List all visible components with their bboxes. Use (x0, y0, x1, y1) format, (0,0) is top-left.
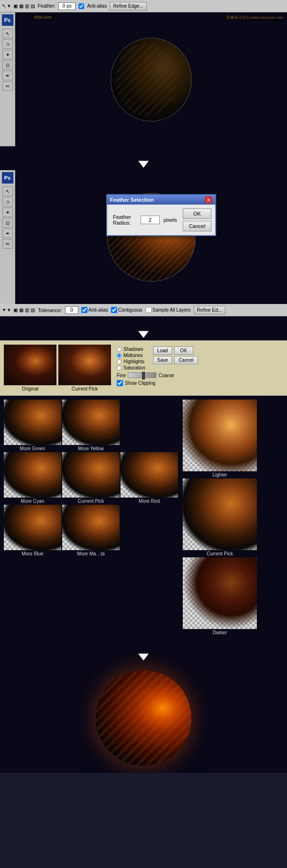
tone-radio-group: Shadows Midtones Highlights Saturation (117, 347, 145, 370)
antialias-label: Anti-alias (87, 3, 107, 9)
cp-current-pick-right[interactable]: Current Pick (183, 478, 257, 556)
show-clipping-checkbox[interactable] (117, 380, 123, 386)
tool-arrow-icon: ↖ (2, 3, 6, 9)
contiguous-group: Contiguous (111, 307, 143, 313)
canvas-2: Feather Selection ✕ Feather Radius: pixe… (15, 170, 287, 304)
contiguous-check[interactable] (111, 307, 117, 313)
svg-marker-1 (138, 321, 149, 338)
shadows-radio-row: Shadows (117, 347, 145, 352)
dialog-buttons: OK Cancel (183, 205, 215, 235)
cp-current-pick-right-label: Current Pick (207, 551, 233, 556)
midtones-radio[interactable] (117, 353, 121, 358)
sample-all-label: Sample All Layers (153, 307, 191, 313)
feather-radius-label: Feather Radius: (113, 214, 137, 226)
tool-lasso[interactable]: ⊃ (2, 39, 13, 49)
current-pick-thumb: Current Pick (58, 345, 111, 391)
arrow-3 (0, 639, 287, 663)
feather-radius-input[interactable] (141, 216, 160, 224)
sample-all-group: Sample All Layers (145, 307, 191, 313)
midtones-radio-row: Midtones (117, 353, 145, 358)
coarse-label: Coarse (158, 373, 174, 378)
cp-more-cyan-img (4, 452, 61, 498)
cp-darker[interactable]: Darker (183, 557, 257, 635)
highlights-label: Highlights (123, 359, 144, 364)
cp-more-red-label: More Red (139, 499, 160, 504)
cp-more-yellow[interactable]: More Yellow (62, 400, 120, 451)
sidebar-1: Ps ↖ ⊃ ✦ ⊡ ✒ ✏ (0, 12, 15, 146)
tool-eyedropper[interactable]: ✒ (2, 71, 13, 80)
final-scene (0, 663, 287, 773)
cp-more-yellow-img (62, 400, 120, 445)
fine-label: Fine (117, 373, 126, 378)
dialog-box: Feather Selection ✕ Feather Radius: pixe… (106, 194, 216, 236)
save-button[interactable]: Save (153, 356, 173, 364)
tolerance-label: Tolerance: (38, 307, 62, 313)
dialog-ok-button[interactable]: OK (183, 208, 211, 219)
cb-controls: Shadows Midtones Highlights Saturation (115, 345, 200, 391)
saturation-label: Saturation (123, 365, 145, 370)
load-button[interactable]: Load (153, 347, 172, 355)
final-planet (96, 670, 191, 766)
current-pick-label: Current Pick (71, 386, 98, 391)
tool-selector[interactable]: ↖ ▾ (2, 3, 11, 9)
tool-pen-2[interactable]: ✏ (2, 239, 13, 249)
cp-current-pick-right-img (183, 478, 257, 550)
midtones-label: Midtones (123, 353, 143, 358)
cp-more-blue[interactable]: More Blue (4, 505, 61, 556)
magic-wand-selector[interactable]: ✦ ▾ (2, 307, 11, 313)
tolerance-input[interactable] (65, 306, 78, 314)
cp-lighter[interactable]: Lighter (183, 400, 257, 477)
feather-input[interactable] (58, 2, 76, 10)
tool-magic-2[interactable]: ✦ (2, 207, 13, 217)
view-options: ▣ ▦ ▥ ▤ (13, 3, 35, 9)
highlights-radio-row: Highlights (117, 359, 145, 364)
cp-current-pick-label: Current Pick (77, 499, 104, 504)
feather-dialog: Feather Selection ✕ Feather Radius: pixe… (106, 194, 216, 236)
original-thumb: Original (4, 345, 56, 391)
cp-more-red[interactable]: More Red (121, 452, 178, 504)
cp-more-magenta[interactable]: More Ma…ta (62, 505, 120, 556)
refine-edge-button-2[interactable]: Refine Ed... (194, 306, 225, 315)
cp-more-green[interactable]: More Green (4, 400, 61, 451)
antialias-check-2[interactable] (81, 307, 88, 313)
antialias-checkbox[interactable] (78, 3, 84, 9)
cp-more-cyan[interactable]: More Cyan (4, 452, 61, 504)
highlights-radio[interactable] (117, 359, 121, 364)
saturation-radio[interactable] (117, 366, 121, 370)
save-cancel-row: Save Cancel (153, 356, 198, 364)
shadows-label: Shadows (123, 347, 143, 352)
ps-logo: Ps (2, 14, 13, 26)
cp-more-green-img (4, 400, 61, 445)
tool-eye-2[interactable]: ✒ (2, 228, 13, 238)
sample-all-check[interactable] (145, 307, 152, 313)
refine-edge-button[interactable]: Refine Edge... (110, 2, 146, 11)
cp-more-red-img (121, 452, 178, 498)
tool-move-2[interactable]: ↖ (2, 186, 13, 196)
tool-crop-2[interactable]: ⊡ (2, 218, 13, 228)
dialog-title-bar: Feather Selection ✕ (107, 195, 215, 205)
fine-coarse-slider[interactable] (128, 372, 156, 378)
original-thumb-img (4, 345, 56, 385)
tool-move[interactable]: ↖ (2, 29, 13, 38)
tool-lasso-2[interactable]: ⊃ (2, 197, 13, 206)
cp-current-pick-img (62, 452, 120, 498)
dialog-cancel-button[interactable]: Cancel (183, 221, 211, 231)
ok-button[interactable]: OK (174, 347, 193, 355)
cancel-button[interactable]: Cancel (174, 356, 198, 364)
tool-crop[interactable]: ⊡ (2, 60, 13, 70)
tool-pen[interactable]: ✏ (2, 81, 13, 91)
dialog-title: Feather Selection (110, 197, 154, 203)
cp-current-pick-center[interactable]: Current Pick (62, 452, 120, 504)
dialog-close-button[interactable]: ✕ (205, 196, 212, 203)
show-clipping-label: Show Clipping (125, 380, 155, 386)
shadows-radio[interactable] (117, 347, 121, 352)
tool-magic-wand[interactable]: ✦ (2, 50, 13, 59)
antialias-group: Anti-alias (81, 307, 108, 313)
down-arrow-icon (135, 149, 152, 168)
dialog-body: Feather Radius: pixels (107, 207, 183, 232)
cp-more-yellow-label: More Yellow (78, 446, 104, 451)
cb-thumbnails: Original Current Pick (4, 345, 111, 391)
watermark-missyuan: 思缘设计论坛 www.missyuan.com (225, 14, 285, 21)
canvas-1: zf3d.com 思缘设计论坛 www.missyuan.com (15, 12, 287, 146)
pixels-label: pixels (164, 217, 177, 223)
